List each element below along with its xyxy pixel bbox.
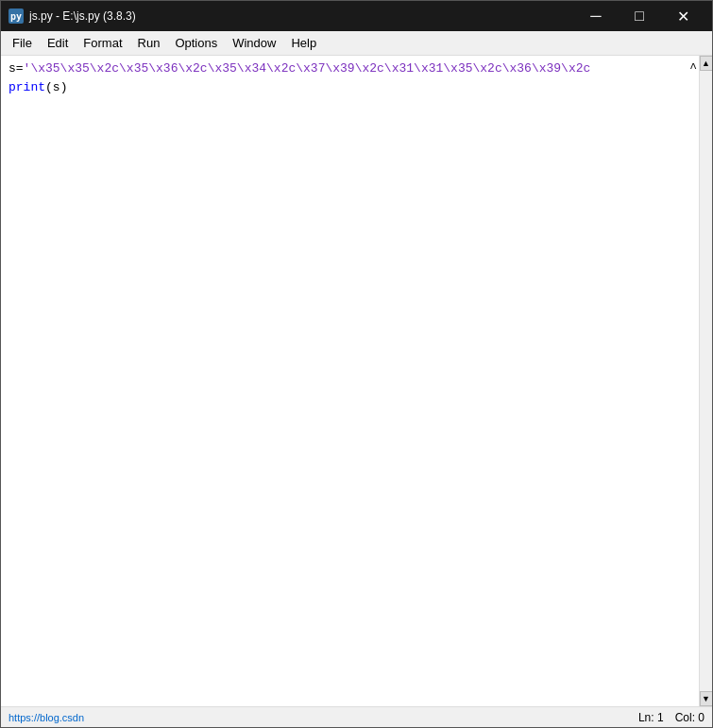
status-position: Ln: 1 Col: 0 — [638, 711, 705, 724]
status-bar: https://blog.csdn Ln: 1 Col: 0 — [1, 706, 712, 727]
code-print-builtin: print — [8, 78, 45, 97]
menu-format[interactable]: Format — [76, 33, 129, 54]
menu-edit[interactable]: Edit — [40, 33, 76, 54]
code-close-paren: ) — [60, 78, 68, 97]
menu-window[interactable]: Window — [225, 33, 283, 54]
code-line-1: s='\x35\x35\x2c\x35\x36\x2c\x35\x34\x2c\… — [8, 59, 705, 78]
scroll-thumb-area[interactable] — [700, 71, 712, 691]
status-url: https://blog.csdn — [8, 712, 638, 723]
editor-container[interactable]: s='\x35\x35\x2c\x35\x36\x2c\x35\x34\x2c\… — [1, 56, 712, 706]
title-bar: py js.py - E:\js.py (3.8.3) ─ □ ✕ — [1, 1, 712, 31]
status-col: Col: 0 — [675, 711, 705, 724]
menu-bar: File Edit Format Run Options Window Help — [1, 31, 712, 56]
status-line: Ln: 1 — [638, 711, 664, 724]
code-open-paren: ( — [45, 78, 53, 97]
menu-help[interactable]: Help — [283, 33, 324, 54]
window-title: js.py - E:\js.py (3.8.3) — [29, 9, 574, 23]
window-controls: ─ □ ✕ — [574, 1, 705, 31]
scroll-down-button[interactable]: ▼ — [700, 691, 713, 706]
vertical-scrollbar[interactable]: ▲ ▼ — [699, 56, 712, 706]
svg-text:py: py — [10, 11, 22, 22]
menu-run[interactable]: Run — [130, 33, 168, 54]
minimize-button[interactable]: ─ — [574, 1, 618, 31]
app-icon: py — [8, 8, 24, 24]
menu-file[interactable]: File — [5, 33, 40, 54]
scroll-up-button[interactable]: ▲ — [700, 56, 713, 71]
code-s-assign: s= — [8, 59, 24, 78]
editor-content[interactable]: s='\x35\x35\x2c\x35\x36\x2c\x35\x34\x2c\… — [1, 56, 712, 706]
code-arg-s: s — [53, 78, 60, 97]
close-button[interactable]: ✕ — [661, 1, 705, 31]
code-line-continue: ^ — [689, 59, 697, 78]
code-line-2: print(s) — [8, 78, 705, 97]
main-window: py js.py - E:\js.py (3.8.3) ─ □ ✕ File E… — [0, 0, 713, 728]
menu-options[interactable]: Options — [167, 33, 225, 54]
code-string-value: '\x35\x35\x2c\x35\x36\x2c\x35\x34\x2c\x3… — [24, 59, 591, 78]
maximize-button[interactable]: □ — [618, 1, 661, 31]
